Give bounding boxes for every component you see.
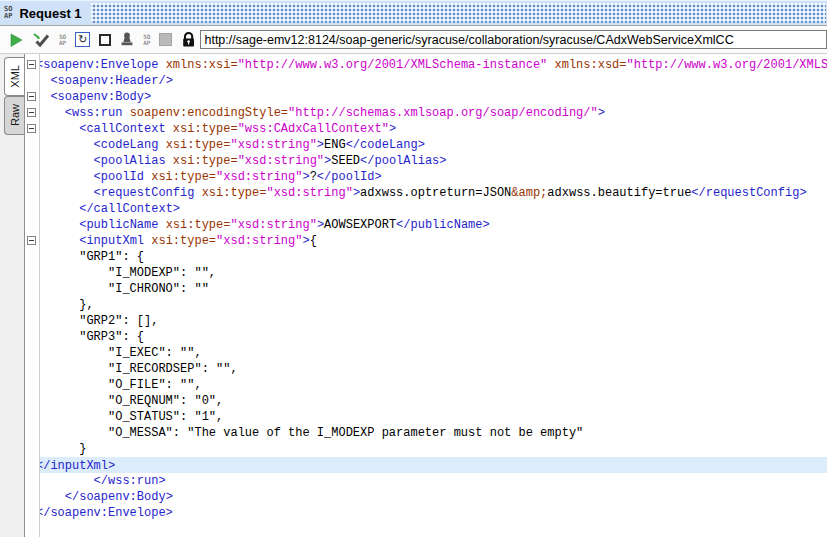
code-line[interactable]: <callContext xsi:type="wss:CAdxCallConte… bbox=[40, 121, 827, 137]
tab-xml[interactable]: XML bbox=[4, 57, 24, 96]
code-token bbox=[40, 170, 94, 184]
code-line[interactable]: <soapenv:Header/> bbox=[40, 73, 827, 89]
soap-mini-icon: SOAP bbox=[143, 34, 150, 46]
code-token: "GRP1": { bbox=[40, 250, 144, 264]
code-line[interactable]: "GRP2": [], bbox=[40, 313, 827, 329]
code-line[interactable]: </inputXml> bbox=[40, 457, 827, 473]
code-token: AOWSEXPORT bbox=[324, 218, 396, 232]
code-line[interactable]: <poolId xsi:type="xsd:string">?</poolId> bbox=[40, 169, 827, 185]
code-token: adxwss.optreturn=JSON bbox=[360, 186, 511, 200]
fold-collapse-toggle[interactable] bbox=[27, 236, 36, 245]
code-token: "O_MESSA": "The value of the I_MODEXP pa… bbox=[40, 426, 583, 440]
code-line[interactable]: </soapenv:Body> bbox=[40, 489, 827, 505]
code-line[interactable]: </soapenv:Envelope> bbox=[40, 505, 827, 521]
code-token: <poolId bbox=[94, 170, 152, 184]
code-token: xsi:type= bbox=[166, 218, 231, 232]
cancel-request-button[interactable] bbox=[99, 31, 111, 49]
code-token: > bbox=[302, 170, 309, 184]
submit-request-button[interactable] bbox=[8, 31, 24, 49]
code-token: </inputXml> bbox=[40, 459, 115, 473]
code-line[interactable]: "I_MODEXP": "", bbox=[40, 265, 827, 281]
tab-label: XML bbox=[9, 65, 21, 88]
code-token: xsi:type= bbox=[173, 154, 238, 168]
code-token: xsi:type= bbox=[173, 122, 238, 136]
check-arrow-icon bbox=[33, 32, 50, 48]
code-line[interactable]: } bbox=[40, 441, 827, 457]
code-token bbox=[40, 186, 94, 200]
request-window: SOAP Request 1 SOAP ↻ bbox=[0, 0, 827, 537]
code-token: <publicName bbox=[79, 218, 165, 232]
recreate-request-button[interactable]: ↻ bbox=[75, 31, 90, 49]
titlebar-texture bbox=[91, 3, 826, 23]
fold-gutter[interactable] bbox=[25, 54, 40, 537]
fold-collapse-toggle[interactable] bbox=[27, 124, 36, 133]
code-line[interactable]: <requestConfig xsi:type="xsd:string">adx… bbox=[40, 185, 827, 201]
window-title: Request 1 bbox=[19, 6, 81, 21]
code-token bbox=[40, 106, 65, 120]
code-token: ? bbox=[310, 170, 317, 184]
code-token: }, bbox=[40, 298, 94, 312]
code-line[interactable]: <publicName xsi:type="xsd:string">AOWSEX… bbox=[40, 217, 827, 233]
code-token: "xsd:string" bbox=[216, 170, 302, 184]
code-line[interactable]: <soapenv:Body> bbox=[40, 89, 827, 105]
code-token: xmlns:xsd= bbox=[555, 58, 627, 72]
code-line[interactable]: <wss:run soapenv:encodingStyle="http://s… bbox=[40, 105, 827, 121]
fold-collapse-toggle[interactable] bbox=[27, 60, 36, 69]
code-line[interactable]: "I_EXEC": "", bbox=[40, 345, 827, 361]
soap-request-button[interactable]: SOAP bbox=[59, 31, 66, 49]
code-token: xsi:type= bbox=[202, 186, 267, 200]
fold-collapse-toggle[interactable] bbox=[27, 92, 36, 101]
code-token: "http://www.w3.org/2001/XMLSchema-instan… bbox=[238, 58, 548, 72]
code-line[interactable]: <poolAlias xsi:type="xsd:string">SEED</p… bbox=[40, 153, 827, 169]
code-token: "GRP2": [], bbox=[40, 314, 158, 328]
code-line[interactable]: </wss:run> bbox=[40, 473, 827, 489]
code-line[interactable]: "O_MESSA": "The value of the I_MODEXP pa… bbox=[40, 425, 827, 441]
code-line[interactable]: "I_RECORDSEP": "", bbox=[40, 361, 827, 377]
code-line[interactable]: <codeLang xsi:type="xsd:string">ENG</cod… bbox=[40, 137, 827, 153]
title-bar[interactable]: SOAP Request 1 bbox=[0, 0, 827, 26]
code-token: xsi:type= bbox=[166, 138, 231, 152]
code-line[interactable]: }, bbox=[40, 297, 827, 313]
code-token: > bbox=[302, 234, 309, 248]
code-lines: <soapenv:Envelope xmlns:xsi="http://www.… bbox=[40, 54, 827, 521]
code-line[interactable]: "O_STATUS": "1", bbox=[40, 409, 827, 425]
soap-icon: SOAP bbox=[4, 6, 12, 20]
code-token: "xsd:string" bbox=[230, 138, 316, 152]
add-request-button[interactable] bbox=[33, 31, 50, 49]
stamp-icon bbox=[120, 32, 134, 47]
endpoint-security bbox=[181, 31, 196, 49]
code-token: SEED bbox=[331, 154, 360, 168]
code-token bbox=[40, 474, 94, 488]
code-line[interactable]: "GRP1": { bbox=[40, 249, 827, 265]
code-token: </poolAlias> bbox=[360, 154, 446, 168]
endpoint-url-input[interactable] bbox=[200, 30, 827, 49]
code-line[interactable]: </callContext> bbox=[40, 201, 827, 217]
lock-icon bbox=[181, 31, 196, 48]
code-token: xsi:type= bbox=[151, 170, 216, 184]
soap-request-button-2[interactable]: SOAP bbox=[143, 31, 150, 49]
code-line[interactable]: "I_CHRONO": "" bbox=[40, 281, 827, 297]
code-token: "xsd:string" bbox=[266, 186, 352, 200]
tab-raw[interactable]: Raw bbox=[4, 96, 24, 135]
fold-collapse-toggle[interactable] bbox=[27, 108, 36, 117]
editor-view-tabs: XMLRaw bbox=[0, 54, 25, 537]
code-token: <requestConfig bbox=[94, 186, 202, 200]
code-token bbox=[40, 218, 79, 232]
code-line[interactable]: <inputXml xsi:type="xsd:string">{ bbox=[40, 233, 827, 249]
code-line[interactable]: <soapenv:Envelope xmlns:xsi="http://www.… bbox=[40, 57, 827, 73]
tab-label: Raw bbox=[9, 104, 21, 126]
code-line[interactable]: "O_REQNUM": "0", bbox=[40, 393, 827, 409]
soap-mini-icon: SOAP bbox=[59, 34, 66, 46]
xml-code-area[interactable]: <soapenv:Envelope xmlns:xsi="http://www.… bbox=[40, 54, 827, 537]
code-line[interactable]: "O_FILE": "", bbox=[40, 377, 827, 393]
code-token: <callContext bbox=[79, 122, 173, 136]
code-token: "O_FILE": "", bbox=[40, 378, 202, 392]
stamp-button[interactable] bbox=[120, 31, 134, 49]
code-token: > bbox=[598, 106, 605, 120]
code-token: </soapenv:Body> bbox=[65, 490, 173, 504]
code-token: "wss:CAdxCallContext" bbox=[238, 122, 389, 136]
code-token: "O_REQNUM": "0", bbox=[40, 394, 223, 408]
empty-square-icon bbox=[99, 34, 111, 46]
code-token: <wss:run bbox=[65, 106, 130, 120]
code-line[interactable]: "GRP3": { bbox=[40, 329, 827, 345]
